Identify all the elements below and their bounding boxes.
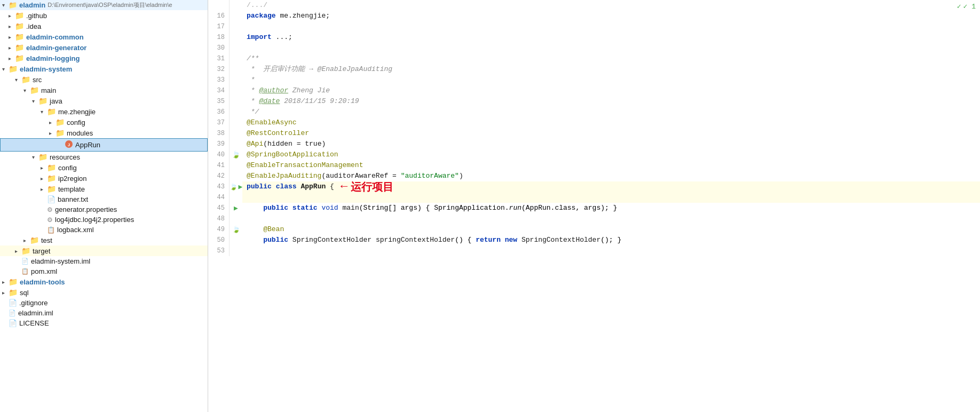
sidebar-label-eladmin-logging: eladmin-logging — [26, 54, 80, 62]
sidebar-label-eladmin-common: eladmin-common — [26, 33, 84, 41]
txt-icon-banner: 📄 — [47, 195, 56, 203]
sidebar-item-eladmin-system[interactable]: 📁 eladmin-system — [0, 64, 208, 74]
line-number-30: 30 — [208, 43, 230, 53]
code-line-53: 53 — [208, 245, 980, 256]
gutter-45[interactable]: ▶ — [230, 203, 242, 213]
sidebar-item-log4jdbc[interactable]: ⚙ log4jdbc.log4j2.properties — [0, 215, 208, 225]
sidebar-item-ip2region[interactable]: 📁 ip2region — [0, 173, 208, 184]
sidebar-item-eladmin-system-iml[interactable]: 📄 eladmin-system.iml — [0, 256, 208, 266]
line-number-18: 18 — [208, 32, 230, 43]
sidebar-label-banner: banner.txt — [58, 195, 88, 203]
code-editor[interactable]: ✓ ✓ 1 /.../ 16 package me.zhengjie; 17 1… — [208, 0, 980, 412]
code-content-30 — [242, 43, 980, 53]
sidebar-item-gitignore[interactable]: 📄 .gitignore — [0, 298, 208, 308]
java-file-icon: J — [65, 140, 73, 150]
sidebar-item-eladmin-generator[interactable]: 📁 eladmin-generator — [0, 42, 208, 53]
sidebar-item-generator-prop[interactable]: ⚙ generator.properties — [0, 204, 208, 215]
sidebar-item-eladmin-iml[interactable]: 📄 eladmin.iml — [0, 308, 208, 318]
sidebar-label-resources: resources — [50, 153, 80, 161]
gutter-43[interactable]: 🍃 ▶ — [230, 181, 242, 192]
code-content-36: */ — [242, 107, 980, 117]
txt-icon-license: 📄 — [9, 319, 17, 327]
sidebar-item-logback[interactable]: 📋 logback.xml — [0, 225, 208, 235]
sidebar-label-template: template — [58, 185, 85, 193]
code-content: /.../ — [242, 0, 980, 11]
code-content-42: @EnableJpaAuditing(auditorAwareRef = "au… — [242, 171, 980, 181]
folder-icon-logging: 📁 — [15, 54, 24, 62]
code-line-16: 16 package me.zhengjie; — [208, 11, 980, 21]
gutter-32 — [230, 64, 242, 75]
gutter-18 — [230, 32, 242, 43]
gutter-16 — [230, 11, 242, 21]
code-line-45: 45 ▶ public static void main(String[] ar… — [208, 203, 980, 213]
sidebar-item-template[interactable]: 📁 template — [0, 184, 208, 194]
sidebar-item-apprun[interactable]: J AppRun — [0, 138, 208, 152]
sidebar-item-mezhengjie[interactable]: 📁 me.zhengjie — [0, 106, 208, 117]
gutter-30 — [230, 43, 242, 53]
sidebar-item-src[interactable]: 📁 src — [0, 74, 208, 85]
expand-java — [32, 98, 38, 104]
xml-icon-logback: 📋 — [47, 226, 55, 234]
line-number-43: 43 — [208, 181, 230, 192]
expand-tools — [2, 279, 9, 285]
code-line-31: 31 /** — [208, 53, 980, 64]
expand-resources — [32, 154, 38, 160]
xml-icon-pom: 📋 — [21, 268, 29, 275]
txt-icon-gitignore: 📄 — [9, 299, 17, 307]
sidebar-item-eladmin-common[interactable]: 📁 eladmin-common — [0, 31, 208, 42]
sidebar-item-target[interactable]: 📁 target — [0, 245, 208, 256]
svg-text:J: J — [68, 142, 70, 147]
gutter-41 — [230, 160, 242, 171]
sidebar-item-test[interactable]: 📁 test — [0, 235, 208, 245]
sidebar-item-idea[interactable]: 📁 .idea — [0, 21, 208, 31]
line-number-17: 17 — [208, 21, 230, 32]
expand-src — [15, 77, 21, 83]
sidebar-item-github[interactable]: 📁 .github — [0, 10, 208, 21]
code-content-50: public SpringContextHolder springContext… — [242, 235, 980, 245]
line-number-41: 41 — [208, 160, 230, 171]
checkmark-icon: ✓ — [957, 2, 961, 11]
sidebar-item-banner[interactable]: 📄 banner.txt — [0, 194, 208, 204]
sidebar-label-test: test — [41, 236, 52, 244]
sidebar-item-eladmin-logging[interactable]: 📁 eladmin-logging — [0, 53, 208, 64]
sidebar-item-license[interactable]: 📄 LICENSE — [0, 318, 208, 328]
file-tree[interactable]: 📁 eladmin D:\Enviroment\java\OSP\eladmin… — [0, 0, 208, 412]
line-number-45: 45 — [208, 203, 230, 213]
root-path: D:\Enviroment\java\OSP\eladmin项目\eladmin… — [48, 1, 172, 9]
sidebar-item-java[interactable]: 📁 java — [0, 96, 208, 106]
gutter-49: 🍃 — [230, 224, 242, 235]
folder-icon-target: 📁 — [21, 247, 30, 255]
sidebar-root-item[interactable]: 📁 eladmin D:\Enviroment\java\OSP\eladmin… — [0, 0, 208, 10]
code-line-49: 49 🍃 @Bean — [208, 224, 980, 235]
code-content-45: public static void main(String[] args) {… — [242, 203, 980, 213]
sidebar-item-main[interactable]: 📁 main — [0, 85, 208, 96]
line-number — [208, 0, 230, 11]
root-label: eladmin — [19, 1, 45, 9]
gutter-42 — [230, 171, 242, 181]
sidebar-item-sql[interactable]: 📁 sql — [0, 287, 208, 298]
expand-system — [2, 66, 9, 72]
sidebar-item-config2[interactable]: 📁 config — [0, 162, 208, 173]
line-number-34: 34 — [208, 85, 230, 96]
code-line-34: 34 * @author Zheng Jie — [208, 85, 980, 96]
code-content-53 — [242, 245, 980, 256]
top-bar-status: ✓ ✓ 1 — [957, 2, 976, 11]
code-line-41: 41 @EnableTransactionManagement — [208, 160, 980, 171]
folder-icon-common: 📁 — [15, 33, 24, 41]
run-icon-45[interactable]: ▶ — [234, 204, 238, 212]
leaf-icon-49: 🍃 — [232, 226, 240, 234]
gutter-37 — [230, 117, 242, 128]
sidebar-label-idea: .idea — [26, 22, 41, 30]
sidebar-label-license: LICENSE — [19, 319, 49, 327]
sidebar-item-pom[interactable]: 📋 pom.xml — [0, 266, 208, 276]
sidebar-item-resources[interactable]: 📁 resources — [0, 152, 208, 162]
line-number-38: 38 — [208, 128, 230, 139]
gutter-31 — [230, 53, 242, 64]
sidebar-item-config[interactable]: 📁 config — [0, 117, 208, 128]
sidebar-item-eladmin-tools[interactable]: 📁 eladmin-tools — [0, 276, 208, 287]
gutter-48 — [230, 213, 242, 224]
sidebar-item-modules[interactable]: 📁 modules — [0, 128, 208, 138]
expand-arrow-root — [2, 2, 9, 8]
code-content-41: @EnableTransactionManagement — [242, 160, 980, 171]
sidebar-label-eladmin-system-iml: eladmin-system.iml — [31, 257, 90, 265]
